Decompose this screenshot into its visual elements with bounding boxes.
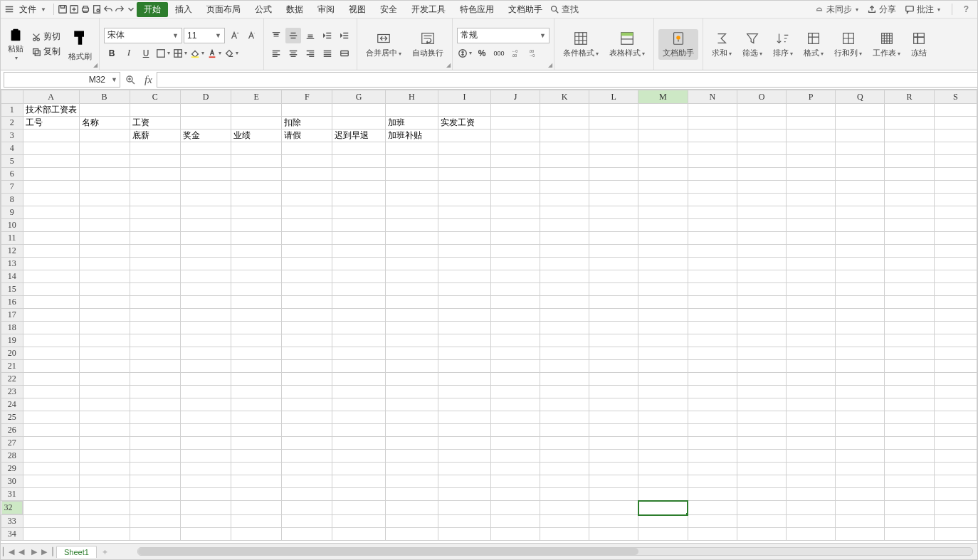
cell[interactable]	[589, 142, 638, 155]
cell[interactable]	[787, 181, 836, 194]
cell[interactable]	[438, 245, 490, 258]
cell[interactable]	[23, 424, 79, 437]
cell[interactable]	[787, 206, 836, 219]
row-header[interactable]: 11	[1, 232, 23, 245]
cell[interactable]	[23, 515, 79, 528]
col-header[interactable]: C	[130, 90, 180, 104]
cell[interactable]	[737, 322, 786, 334]
cell[interactable]	[23, 296, 79, 309]
cell[interactable]	[491, 528, 540, 541]
cell[interactable]	[332, 437, 385, 450]
cell[interactable]	[130, 296, 180, 309]
cell[interactable]	[737, 347, 786, 360]
cell[interactable]	[638, 347, 688, 360]
row-header[interactable]: 24	[1, 398, 23, 411]
cell[interactable]	[885, 501, 934, 515]
cell[interactable]	[934, 450, 977, 463]
cell[interactable]	[438, 528, 490, 541]
cell[interactable]	[787, 270, 836, 283]
cell[interactable]	[836, 142, 885, 155]
cell[interactable]	[589, 528, 638, 541]
cell[interactable]	[589, 168, 638, 181]
cell[interactable]	[934, 386, 977, 398]
cell[interactable]	[836, 373, 885, 386]
print-icon[interactable]	[80, 4, 91, 15]
cell[interactable]	[282, 347, 332, 360]
cell[interactable]	[491, 411, 540, 424]
cell[interactable]	[540, 155, 589, 168]
cell[interactable]	[438, 181, 490, 194]
cell[interactable]	[688, 117, 737, 130]
cell[interactable]	[130, 528, 180, 541]
cell[interactable]	[787, 488, 836, 501]
cell[interactable]	[231, 219, 282, 232]
help-icon[interactable]: ?	[964, 4, 969, 14]
comma-style-icon[interactable]: 000	[491, 46, 507, 61]
cell[interactable]	[23, 219, 79, 232]
cell[interactable]	[934, 130, 977, 142]
col-header[interactable]: F	[282, 90, 332, 104]
cell[interactable]	[540, 270, 589, 283]
cell[interactable]	[589, 501, 638, 515]
cell[interactable]	[130, 283, 180, 296]
cell[interactable]	[737, 463, 786, 475]
font-name-select[interactable]: 宋体▼	[104, 28, 182, 43]
cell[interactable]	[688, 155, 737, 168]
cell[interactable]	[787, 296, 836, 309]
cell[interactable]	[638, 194, 688, 206]
cell[interactable]	[130, 142, 180, 155]
col-header[interactable]: M	[638, 90, 688, 104]
cell[interactable]	[688, 386, 737, 398]
cell[interactable]	[491, 450, 540, 463]
cell[interactable]	[491, 258, 540, 270]
cell[interactable]	[787, 334, 836, 347]
cell[interactable]	[79, 104, 130, 117]
cell[interactable]	[885, 309, 934, 322]
font-size-select[interactable]: 11▼	[184, 28, 225, 43]
cell[interactable]	[934, 181, 977, 194]
sheet-nav-next-icon[interactable]: ▶	[28, 547, 41, 556]
cell[interactable]	[231, 515, 282, 528]
cell[interactable]	[180, 475, 231, 488]
cell[interactable]	[385, 232, 438, 245]
cell[interactable]	[385, 424, 438, 437]
tab-start[interactable]: 开始	[137, 2, 168, 17]
cell[interactable]	[130, 168, 180, 181]
cell[interactable]	[130, 219, 180, 232]
save-icon[interactable]	[57, 4, 68, 15]
cell[interactable]	[79, 168, 130, 181]
cell[interactable]	[180, 283, 231, 296]
cell[interactable]	[836, 437, 885, 450]
cell[interactable]	[688, 515, 737, 528]
cell[interactable]	[231, 104, 282, 117]
cell[interactable]	[180, 437, 231, 450]
cell[interactable]	[130, 322, 180, 334]
cell[interactable]	[688, 501, 737, 515]
select-all-corner[interactable]	[1, 90, 23, 104]
cell[interactable]	[737, 424, 786, 437]
row-header[interactable]: 5	[1, 155, 23, 168]
sheet-tab[interactable]: Sheet1	[56, 546, 97, 558]
cell[interactable]: 奖金	[180, 130, 231, 142]
cell[interactable]	[934, 142, 977, 155]
col-header[interactable]: G	[332, 90, 385, 104]
cell[interactable]	[688, 360, 737, 373]
cell[interactable]	[737, 475, 786, 488]
tab-pagelayout[interactable]: 页面布局	[199, 2, 248, 17]
cell[interactable]	[332, 117, 385, 130]
row-header[interactable]: 22	[1, 373, 23, 386]
cell[interactable]	[231, 437, 282, 450]
cell[interactable]	[638, 475, 688, 488]
cell[interactable]	[491, 283, 540, 296]
cell[interactable]	[491, 360, 540, 373]
align-center-icon[interactable]	[285, 46, 301, 61]
cell[interactable]	[180, 424, 231, 437]
cell[interactable]	[282, 398, 332, 411]
cell[interactable]	[540, 104, 589, 117]
cell[interactable]	[787, 398, 836, 411]
cell[interactable]	[885, 296, 934, 309]
tab-security[interactable]: 安全	[373, 2, 404, 17]
cut-button[interactable]: 剪切	[28, 30, 63, 43]
cell[interactable]	[79, 309, 130, 322]
cell[interactable]	[688, 373, 737, 386]
